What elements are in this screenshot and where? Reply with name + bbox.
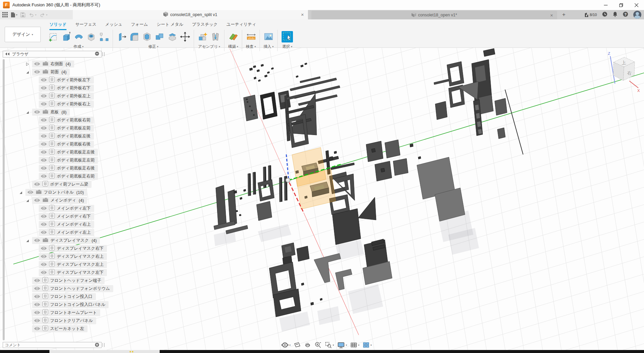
browser-body-row[interactable]: メインボディ左下: [39, 205, 113, 212]
browser-body-row[interactable]: ディスプレイマスク左上: [39, 261, 113, 268]
app-grid-icon[interactable]: [2, 12, 8, 17]
extrude-icon[interactable]: [59, 30, 72, 44]
visibility-eye-icon[interactable]: [34, 69, 40, 75]
select-icon[interactable]: [280, 30, 295, 44]
modify-group-label[interactable]: 修正▾: [148, 44, 158, 49]
visibility-eye-icon[interactable]: [40, 214, 47, 220]
visibility-eye-icon[interactable]: [34, 318, 40, 324]
visibility-eye-icon[interactable]: [34, 278, 40, 284]
visibility-eye-icon[interactable]: [40, 173, 47, 180]
browser-body-row[interactable]: ボディ前底板右前: [39, 117, 113, 124]
visibility-eye-icon[interactable]: [40, 262, 47, 268]
browser-body-row[interactable]: フロントヘッドフォン端子: [32, 277, 113, 284]
pattern-icon[interactable]: [98, 30, 110, 44]
visibility-eye-icon[interactable]: [40, 165, 47, 171]
browser-body-row[interactable]: ボディ前フレーム梁: [32, 181, 113, 188]
collapse-arrow-icon[interactable]: [25, 199, 30, 203]
ribbon-tab[interactable]: メッシュ: [105, 22, 122, 30]
visibility-eye-icon[interactable]: [34, 294, 40, 300]
joint-icon[interactable]: [209, 30, 222, 44]
browser-folder-row[interactable]: ディスプレイマスク(4): [25, 237, 113, 244]
browser-body-row[interactable]: メインボディ左上: [39, 229, 113, 236]
browser-body-row[interactable]: メインボディ右上: [39, 221, 113, 228]
viewports-icon[interactable]: ▾: [362, 341, 372, 349]
visibility-eye-icon[interactable]: [34, 326, 40, 332]
visibility-eye-icon[interactable]: [34, 182, 40, 188]
job-status[interactable]: 8/10: [584, 12, 597, 17]
close-tab-icon[interactable]: ✕: [550, 13, 553, 18]
visibility-eye-icon[interactable]: [40, 77, 47, 83]
insert-canvas-icon[interactable]: [262, 30, 275, 44]
browser-body-row[interactable]: フロントクリアパネル: [32, 317, 113, 324]
redo-icon[interactable]: ▾: [39, 12, 47, 17]
browser-body-row[interactable]: ディスプレイマスク左下: [39, 269, 113, 276]
hole-icon[interactable]: [85, 30, 98, 44]
grid-settings-icon[interactable]: ▾: [350, 341, 359, 349]
file-menu-icon[interactable]: ▾: [11, 12, 17, 18]
browser-body-row[interactable]: フロントヘッドフォンボリウム: [32, 285, 113, 292]
browser-folder-row[interactable]: 右側面(4): [25, 61, 113, 68]
visibility-eye-icon[interactable]: [40, 101, 47, 107]
exploded-parts[interactable]: [214, 48, 523, 317]
visibility-eye-icon[interactable]: [34, 286, 40, 292]
visibility-eye-icon[interactable]: [40, 230, 47, 236]
ribbon-tab[interactable]: シート メタル: [157, 22, 183, 30]
user-avatar[interactable]: [633, 11, 641, 19]
inactive-document-tab[interactable]: consolet18_open v1* ✕: [311, 11, 557, 19]
visibility-eye-icon[interactable]: [40, 157, 47, 163]
visibility-eye-icon[interactable]: [40, 93, 47, 99]
create-sketch-icon[interactable]: [47, 30, 59, 44]
collapse-browser-icon[interactable]: [5, 52, 9, 56]
browser-body-row[interactable]: ボディ前底板足右前: [39, 173, 113, 180]
combine-icon[interactable]: [153, 30, 166, 44]
shell-icon[interactable]: [141, 30, 153, 44]
close-tab-icon[interactable]: ✕: [301, 12, 304, 17]
press-pull-icon[interactable]: [115, 30, 128, 44]
visibility-eye-icon[interactable]: [40, 125, 47, 131]
ribbon-tab[interactable]: ソリッド: [49, 22, 66, 30]
browser-body-row[interactable]: ボディ前底板左後: [39, 133, 113, 140]
visibility-eye-icon[interactable]: [40, 270, 47, 276]
visibility-eye-icon[interactable]: [40, 117, 47, 123]
visibility-eye-icon[interactable]: [40, 222, 47, 228]
browser-body-row[interactable]: ボディ前底板左前: [39, 125, 113, 132]
select-group-label[interactable]: 選択▾: [282, 44, 292, 49]
browser-body-row[interactable]: ディスプレイマスク右上: [39, 253, 113, 260]
new-component-icon[interactable]: [196, 30, 209, 44]
ribbon-tab[interactable]: フォーム: [131, 22, 148, 30]
create-group-label[interactable]: 作成▾: [73, 44, 84, 49]
visibility-eye-icon[interactable]: [34, 198, 40, 204]
fillet-icon[interactable]: [128, 30, 141, 44]
collapse-arrow-icon[interactable]: [25, 239, 30, 243]
browser-body-row[interactable]: ボディ前底板足右後: [39, 165, 113, 172]
close-button[interactable]: [629, 0, 644, 10]
activity-clock-icon[interactable]: [602, 11, 608, 18]
browser-minus-icon[interactable]: [95, 51, 99, 57]
undo-icon[interactable]: ▾: [28, 12, 36, 17]
ribbon-tab[interactable]: サーフェス: [75, 22, 97, 30]
zoom-icon[interactable]: [314, 341, 322, 349]
inspect-group-label[interactable]: 検査▾: [246, 44, 256, 49]
visibility-eye-icon[interactable]: [40, 254, 47, 260]
construction-plane-icon[interactable]: [227, 30, 239, 44]
browser-body-row[interactable]: ボディ前底板足左前: [39, 157, 113, 164]
collapse-arrow-icon[interactable]: [19, 191, 23, 195]
save-icon[interactable]: [20, 12, 25, 17]
zoom-window-icon[interactable]: ▾: [325, 341, 334, 349]
selected-bodies-highlight[interactable]: [292, 147, 336, 209]
add-comment-icon[interactable]: [95, 343, 99, 348]
browser-folder-row[interactable]: 底板(8): [25, 109, 113, 116]
construct-group-label[interactable]: 構築▾: [228, 44, 238, 49]
visibility-eye-icon[interactable]: [27, 190, 34, 196]
visibility-eye-icon[interactable]: [40, 246, 47, 252]
browser-header[interactable]: ブラウザ: [3, 51, 102, 57]
visibility-eye-icon[interactable]: [34, 109, 40, 115]
visibility-eye-icon[interactable]: [40, 141, 47, 147]
collapse-arrow-icon[interactable]: [25, 110, 30, 114]
browser-body-row[interactable]: ボディ前外板右上: [39, 101, 113, 108]
browser-folder-row[interactable]: 前面(4): [25, 69, 113, 76]
ribbon-tab[interactable]: プラスチック: [192, 22, 218, 30]
browser-body-row[interactable]: ボディ前外板右下: [39, 85, 113, 92]
browser-body-row[interactable]: ディスプレイマスク右下: [39, 245, 113, 252]
visibility-eye-icon[interactable]: [40, 133, 47, 139]
